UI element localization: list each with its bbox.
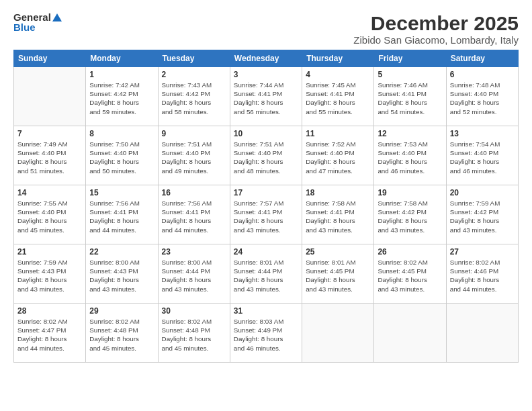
calendar-cell: 19Sunrise: 7:58 AMSunset: 4:42 PMDayligh… — [374, 185, 446, 244]
day-number: 6 — [450, 70, 515, 79]
cell-sun-info: Sunrise: 7:48 AMSunset: 4:40 PMDaylight:… — [450, 81, 515, 116]
cell-sun-info: Sunrise: 8:00 AMSunset: 4:44 PMDaylight:… — [162, 258, 226, 293]
day-number: 20 — [450, 188, 515, 197]
calendar-cell: 12Sunrise: 7:53 AMSunset: 4:40 PMDayligh… — [374, 126, 446, 185]
cell-sun-info: Sunrise: 8:00 AMSunset: 4:43 PMDaylight:… — [89, 258, 154, 293]
day-number: 13 — [450, 129, 515, 138]
calendar-cell: 8Sunrise: 7:50 AMSunset: 4:40 PMDaylight… — [86, 126, 158, 185]
cell-sun-info: Sunrise: 8:02 AMSunset: 4:47 PMDaylight:… — [17, 317, 82, 353]
calendar-cell: 15Sunrise: 7:56 AMSunset: 4:41 PMDayligh… — [86, 185, 158, 244]
calendar-cell — [446, 304, 518, 363]
calendar-cell: 4Sunrise: 7:45 AMSunset: 4:41 PMDaylight… — [302, 67, 374, 126]
calendar-cell: 10Sunrise: 7:51 AMSunset: 4:40 PMDayligh… — [230, 126, 302, 185]
day-number: 11 — [306, 129, 370, 138]
day-number: 16 — [162, 188, 226, 197]
cell-sun-info: Sunrise: 7:46 AMSunset: 4:41 PMDaylight:… — [378, 81, 442, 116]
calendar: SundayMondayTuesdayWednesdayThursdayFrid… — [13, 50, 519, 363]
day-number: 3 — [234, 70, 298, 79]
logo-triangle-icon — [52, 13, 62, 21]
weekday-header: Tuesday — [158, 50, 230, 67]
day-number: 23 — [162, 247, 226, 257]
header: General Blue December 2025 Zibido San Gi… — [13, 12, 519, 46]
cell-sun-info: Sunrise: 8:02 AMSunset: 4:48 PMDaylight:… — [89, 317, 154, 353]
calendar-cell: 29Sunrise: 8:02 AMSunset: 4:48 PMDayligh… — [86, 304, 158, 363]
day-number: 27 — [450, 247, 515, 257]
calendar-cell: 23Sunrise: 8:00 AMSunset: 4:44 PMDayligh… — [158, 244, 230, 304]
calendar-week-row: 14Sunrise: 7:55 AMSunset: 4:40 PMDayligh… — [14, 185, 519, 244]
day-number: 9 — [162, 129, 226, 138]
title-area: December 2025 Zibido San Giacomo, Lombar… — [353, 12, 519, 46]
day-number: 22 — [89, 247, 154, 257]
day-number: 28 — [17, 306, 82, 316]
day-number: 5 — [378, 70, 442, 79]
cell-sun-info: Sunrise: 7:50 AMSunset: 4:40 PMDaylight:… — [89, 140, 154, 175]
cell-sun-info: Sunrise: 7:56 AMSunset: 4:41 PMDaylight:… — [89, 199, 154, 234]
cell-sun-info: Sunrise: 7:51 AMSunset: 4:40 PMDaylight:… — [234, 140, 298, 175]
cell-sun-info: Sunrise: 7:43 AMSunset: 4:42 PMDaylight:… — [162, 81, 226, 116]
weekday-header: Friday — [374, 50, 446, 67]
logo-blue: Blue — [13, 22, 62, 32]
day-number: 26 — [378, 247, 442, 257]
month-title: December 2025 — [353, 12, 519, 34]
calendar-cell: 28Sunrise: 8:02 AMSunset: 4:47 PMDayligh… — [14, 304, 86, 363]
cell-sun-info: Sunrise: 8:02 AMSunset: 4:48 PMDaylight:… — [162, 317, 226, 353]
calendar-cell: 24Sunrise: 8:01 AMSunset: 4:44 PMDayligh… — [230, 244, 302, 304]
cell-sun-info: Sunrise: 8:03 AMSunset: 4:49 PMDaylight:… — [234, 317, 298, 353]
weekday-header-row: SundayMondayTuesdayWednesdayThursdayFrid… — [14, 50, 519, 67]
calendar-cell: 13Sunrise: 7:54 AMSunset: 4:40 PMDayligh… — [446, 126, 518, 185]
weekday-header: Thursday — [302, 50, 374, 67]
calendar-cell: 30Sunrise: 8:02 AMSunset: 4:48 PMDayligh… — [158, 304, 230, 363]
calendar-cell: 1Sunrise: 7:42 AMSunset: 4:42 PMDaylight… — [86, 67, 158, 126]
cell-sun-info: Sunrise: 7:53 AMSunset: 4:40 PMDaylight:… — [378, 140, 442, 175]
weekday-header: Sunday — [14, 50, 86, 67]
day-number: 19 — [378, 188, 442, 197]
day-number: 15 — [89, 188, 154, 197]
day-number: 7 — [17, 129, 82, 138]
calendar-cell: 31Sunrise: 8:03 AMSunset: 4:49 PMDayligh… — [230, 304, 302, 363]
calendar-cell: 22Sunrise: 8:00 AMSunset: 4:43 PMDayligh… — [86, 244, 158, 304]
cell-sun-info: Sunrise: 7:59 AMSunset: 4:42 PMDaylight:… — [450, 199, 515, 234]
calendar-week-row: 28Sunrise: 8:02 AMSunset: 4:47 PMDayligh… — [14, 304, 519, 363]
calendar-cell — [14, 67, 86, 126]
day-number: 1 — [89, 70, 154, 79]
cell-sun-info: Sunrise: 7:58 AMSunset: 4:41 PMDaylight:… — [306, 199, 370, 234]
day-number: 10 — [234, 129, 298, 138]
day-number: 8 — [89, 129, 154, 138]
day-number: 12 — [378, 129, 442, 138]
page: General Blue December 2025 Zibido San Gi… — [0, 0, 532, 411]
calendar-cell: 18Sunrise: 7:58 AMSunset: 4:41 PMDayligh… — [302, 185, 374, 244]
calendar-cell: 5Sunrise: 7:46 AMSunset: 4:41 PMDaylight… — [374, 67, 446, 126]
day-number: 2 — [162, 70, 226, 79]
cell-sun-info: Sunrise: 7:57 AMSunset: 4:41 PMDaylight:… — [234, 199, 298, 234]
day-number: 24 — [234, 247, 298, 257]
calendar-cell: 16Sunrise: 7:56 AMSunset: 4:41 PMDayligh… — [158, 185, 230, 244]
logo-general: General — [13, 12, 51, 22]
calendar-cell: 3Sunrise: 7:44 AMSunset: 4:41 PMDaylight… — [230, 67, 302, 126]
cell-sun-info: Sunrise: 7:54 AMSunset: 4:40 PMDaylight:… — [450, 140, 515, 175]
calendar-cell: 14Sunrise: 7:55 AMSunset: 4:40 PMDayligh… — [14, 185, 86, 244]
logo: General Blue — [13, 12, 62, 32]
cell-sun-info: Sunrise: 7:45 AMSunset: 4:41 PMDaylight:… — [306, 81, 370, 116]
cell-sun-info: Sunrise: 8:02 AMSunset: 4:46 PMDaylight:… — [450, 258, 515, 293]
day-number: 30 — [162, 306, 226, 316]
weekday-header: Wednesday — [230, 50, 302, 67]
calendar-week-row: 1Sunrise: 7:42 AMSunset: 4:42 PMDaylight… — [14, 67, 519, 126]
cell-sun-info: Sunrise: 7:44 AMSunset: 4:41 PMDaylight:… — [234, 81, 298, 116]
calendar-week-row: 21Sunrise: 7:59 AMSunset: 4:43 PMDayligh… — [14, 244, 519, 304]
cell-sun-info: Sunrise: 7:58 AMSunset: 4:42 PMDaylight:… — [378, 199, 442, 234]
day-number: 31 — [234, 306, 298, 316]
calendar-cell: 25Sunrise: 8:01 AMSunset: 4:45 PMDayligh… — [302, 244, 374, 304]
cell-sun-info: Sunrise: 7:52 AMSunset: 4:40 PMDaylight:… — [306, 140, 370, 175]
calendar-cell: 7Sunrise: 7:49 AMSunset: 4:40 PMDaylight… — [14, 126, 86, 185]
day-number: 18 — [306, 188, 370, 197]
location-title: Zibido San Giacomo, Lombardy, Italy — [353, 34, 519, 46]
calendar-cell — [374, 304, 446, 363]
calendar-cell: 26Sunrise: 8:02 AMSunset: 4:45 PMDayligh… — [374, 244, 446, 304]
cell-sun-info: Sunrise: 7:56 AMSunset: 4:41 PMDaylight:… — [162, 199, 226, 234]
cell-sun-info: Sunrise: 8:02 AMSunset: 4:45 PMDaylight:… — [378, 258, 442, 293]
day-number: 17 — [234, 188, 298, 197]
weekday-header: Monday — [86, 50, 158, 67]
day-number: 21 — [17, 247, 82, 257]
calendar-cell: 2Sunrise: 7:43 AMSunset: 4:42 PMDaylight… — [158, 67, 230, 126]
calendar-cell: 6Sunrise: 7:48 AMSunset: 4:40 PMDaylight… — [446, 67, 518, 126]
